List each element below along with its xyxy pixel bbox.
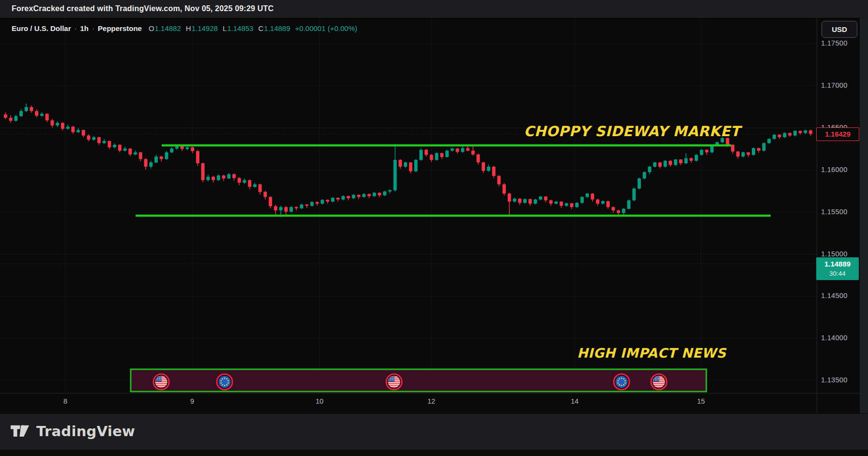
countdown-price-label: 1.14889 30:44 (816, 257, 859, 280)
open-value: 1.14882 (155, 24, 181, 32)
us-flag-icon[interactable] (153, 374, 169, 390)
candlestick-chart-canvas[interactable] (0, 0, 868, 456)
price-tick-label: 1.17500 (821, 39, 859, 47)
price-tick-label: 1.16000 (821, 166, 859, 173)
symbol-name[interactable]: Euro / U.S. Dollar (12, 24, 71, 32)
time-tick-label: 12 (422, 397, 441, 405)
footer-bottom-strip (0, 450, 868, 456)
chart-grid (0, 18, 817, 393)
ohlc-values: O1.14882 H1.14928 L1.14853 C1.14889 (149, 24, 290, 32)
separator-dot: · (92, 24, 94, 32)
eu-flag-icon[interactable] (614, 374, 629, 390)
low-label: L (223, 24, 227, 32)
support-resistance-lines[interactable] (136, 145, 771, 216)
time-axis-separator (0, 393, 868, 393)
current-price-lines (0, 134, 817, 263)
time-tick-label: 14 (565, 397, 584, 405)
time-tick-label: 9 (183, 397, 202, 405)
currency-usd-button[interactable]: USD (822, 21, 857, 38)
bar-countdown-timer: 30:44 (829, 269, 846, 278)
symbol-info-bar[interactable]: Euro / U.S. Dollar · 1h · Pepperstone O1… (12, 22, 357, 34)
annotation-choppy-sideway-market[interactable]: CHOPPY SIDEWAY MARKET (524, 123, 740, 140)
price-tick-label: 1.17000 (821, 81, 859, 89)
footer-bar: TradingView (0, 414, 868, 450)
time-tick-label: 15 (691, 397, 711, 405)
close-label: C (258, 24, 263, 32)
separator-dot: · (75, 24, 77, 32)
price-axis-separator (817, 18, 817, 413)
countdown-price-value: 1.14889 (824, 259, 851, 269)
close-value: 1.14889 (264, 24, 290, 32)
last-price-value: 1.16429 (825, 130, 850, 138)
eu-flag-icon[interactable] (217, 374, 232, 390)
price-tick-label: 1.14500 (821, 292, 859, 299)
candles[interactable] (4, 104, 812, 217)
us-flag-icon[interactable] (651, 374, 667, 390)
tradingview-logo-text: TradingView (36, 423, 135, 440)
tradingview-logo[interactable]: TradingView (11, 422, 135, 440)
open-label: O (149, 24, 154, 32)
price-tick-label: 1.15500 (821, 208, 859, 216)
price-change: +0.00001 (+0.00%) (295, 24, 357, 32)
low-value: 1.14853 (227, 24, 253, 32)
timeframe-label[interactable]: 1h (80, 24, 89, 32)
broker-label[interactable]: Pepperstone (98, 24, 142, 32)
us-flag-icon[interactable] (386, 374, 402, 390)
right-scrollbar-strip[interactable] (860, 18, 868, 413)
time-tick-label: 10 (310, 397, 329, 405)
price-tick-label: 1.13500 (821, 376, 859, 384)
time-tick-label: 8 (56, 397, 75, 405)
price-tick-label: 1.14000 (821, 334, 859, 342)
tradingview-logo-icon (11, 422, 30, 440)
price-tick-label: 1.15000 (821, 250, 859, 258)
currency-usd-label: USD (832, 25, 847, 33)
last-price-label: 1.16429 (816, 127, 859, 141)
annotation-high-impact-news[interactable]: HIGH IMPACT NEWS (577, 346, 726, 361)
high-value: 1.14928 (192, 24, 218, 32)
high-label: H (186, 24, 191, 32)
